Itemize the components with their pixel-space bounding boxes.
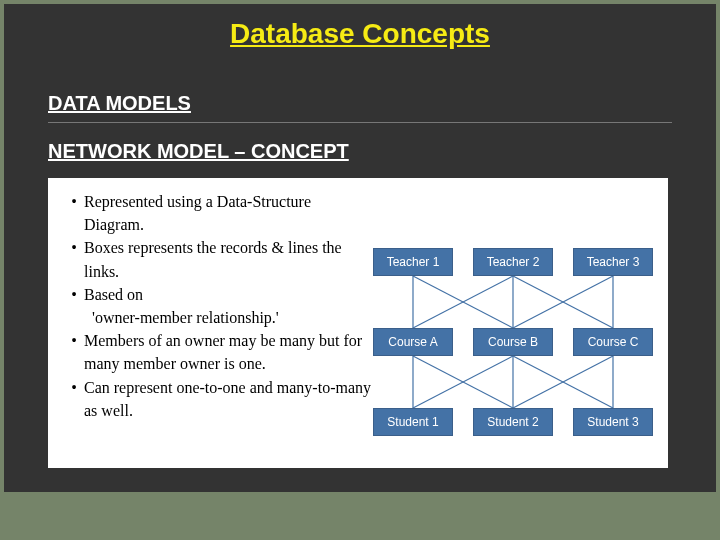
slide-title: Database Concepts	[0, 18, 720, 50]
slide-border-left	[0, 0, 4, 540]
node-student-3: Student 3	[573, 408, 653, 436]
bullet-dot: •	[64, 236, 84, 282]
node-student-2: Student 2	[473, 408, 553, 436]
bullet-text: Can represent one-to-one and many-to-man…	[84, 376, 374, 422]
slide-border-top	[0, 0, 720, 4]
subsection-heading: NETWORK MODEL – CONCEPT	[48, 140, 349, 163]
bullet-text: Represented using a Data-Structure Diagr…	[84, 190, 374, 236]
list-item: • Boxes represents the records & lines t…	[64, 236, 374, 282]
bullet-text: Members of an owner may be many but for …	[84, 329, 374, 375]
node-teacher-3: Teacher 3	[573, 248, 653, 276]
list-item: • Based on	[64, 283, 374, 306]
bullet-subtext: 'owner-member relationship.'	[64, 306, 374, 329]
node-course-b: Course B	[473, 328, 553, 356]
node-course-c: Course C	[573, 328, 653, 356]
network-diagram: Teacher 1 Teacher 2 Teacher 3 Course A C…	[368, 238, 658, 448]
slide-border-right	[716, 0, 720, 540]
node-teacher-1: Teacher 1	[373, 248, 453, 276]
bullet-list: • Represented using a Data-Structure Dia…	[64, 190, 374, 422]
list-item: • Can represent one-to-one and many-to-m…	[64, 376, 374, 422]
bullet-dot: •	[64, 329, 84, 375]
content-panel: • Represented using a Data-Structure Dia…	[48, 178, 668, 468]
bullet-text: Based on	[84, 283, 374, 306]
section-heading: DATA MODELS	[48, 92, 191, 115]
bullet-dot: •	[64, 376, 84, 422]
list-item: • Represented using a Data-Structure Dia…	[64, 190, 374, 236]
list-item: • Members of an owner may be many but fo…	[64, 329, 374, 375]
bullet-text: Boxes represents the records & lines the…	[84, 236, 374, 282]
slide-border-bottom	[0, 492, 720, 540]
divider-line	[48, 122, 672, 123]
node-teacher-2: Teacher 2	[473, 248, 553, 276]
bullet-dot: •	[64, 190, 84, 236]
bullet-dot: •	[64, 283, 84, 306]
node-student-1: Student 1	[373, 408, 453, 436]
node-course-a: Course A	[373, 328, 453, 356]
